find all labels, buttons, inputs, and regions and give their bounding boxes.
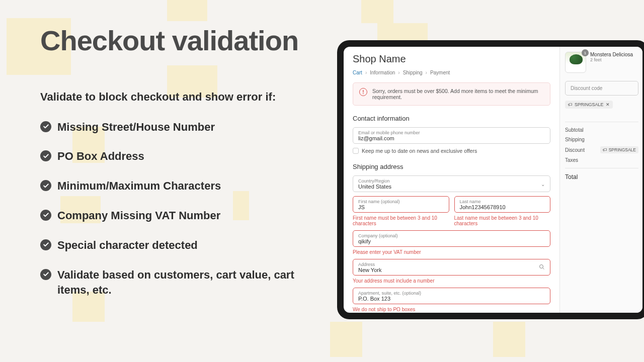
list-item: Minimum/Maximum Characters [40,178,302,194]
email-field[interactable]: Email or mobile phone number liz@gmail.c… [353,127,550,144]
apartment-value: P.O. Box 123 [358,296,390,302]
check-icon [40,180,51,191]
device-frame: Shop Name Cart › Information › Shipping … [337,40,644,319]
shipping-label: Shipping [565,137,585,142]
breadcrumb-payment[interactable]: Payment [430,70,450,75]
email-value: liz@gmail.com [358,135,394,141]
apartment-field[interactable]: Apartment, suite, etc. (optional) P.O. B… [353,288,550,304]
last-name-label: Last name [460,199,545,204]
apartment-error: We do not ship to PO boxes [353,307,550,312]
close-icon[interactable]: ✕ [606,102,610,107]
contact-heading: Contact information [353,115,550,122]
address-value: New York [358,267,381,273]
check-icon [40,269,51,280]
list-item: Missing Street/House Number [40,120,302,135]
list-item: Special character detected [40,238,302,253]
list-item-text: Special character detected [57,238,198,253]
address-field[interactable]: Address New York [353,259,550,276]
breadcrumb-shipping[interactable]: Shipping [403,70,423,75]
list-item: Company Missing VAT Number [40,208,302,224]
chevron-down-icon: ⌄ [541,181,545,187]
discount-label: Discount [565,147,585,153]
first-name-value: JS [358,204,365,210]
company-label: Company (optional) [358,233,545,238]
applied-discount-tag: 🏷SPRINGSALE [600,146,638,153]
product-image: 1 [565,52,586,73]
discount-code-input[interactable]: Discount code [565,81,638,96]
list-item-text: Validate based on customers, cart value,… [57,267,302,299]
check-icon [40,150,51,161]
chevron-right-icon: › [426,70,427,75]
alert-icon: ! [359,88,367,96]
product-variant: 2 feet [590,57,633,62]
divider [565,122,638,122]
breadcrumb-cart[interactable]: Cart [353,70,362,75]
last-name-error: Last name must be between 3 and 10 chara… [454,215,551,226]
tag-icon: 🏷 [603,147,607,152]
company-value: qikify [358,238,371,244]
country-label: Country/Region [358,178,537,184]
list-item-text: Missing Street/House Number [57,120,215,135]
consent-checkbox[interactable] [353,148,359,154]
discount-tag: 🏷 SPRINGSALE ✕ [565,101,613,109]
list-item: Validate based on customers, cart value,… [40,267,302,299]
check-icon [40,210,51,221]
address-error: Your address must include a number [353,278,550,284]
shipping-heading: Shipping address [353,163,550,170]
error-alert: ! Sorry, orders must be over $500. Add m… [353,82,550,106]
cart-item: 1 Monstera Deliciosa 2 feet [565,52,638,73]
subtitle: Validate to block checkout and show erro… [40,90,302,104]
check-icon [40,121,51,132]
svg-line-1 [543,267,544,269]
shop-name: Shop Name [353,53,550,65]
list-item-text: Minimum/Maximum Characters [57,178,221,194]
taxes-label: Taxes [565,157,578,163]
quantity-badge: 1 [582,49,589,56]
email-label: Email or mobile phone number [358,130,545,135]
divider [565,168,638,168]
breadcrumb-information[interactable]: Information [370,70,395,75]
subtotal-label: Subtotal [565,127,584,133]
country-field[interactable]: Country/Region United States ⌄ [353,175,550,192]
address-label: Address [358,262,537,267]
alert-text: Sorry, orders must be over $500. Add mor… [372,88,544,100]
first-name-error: First name must be between 3 and 10 char… [353,215,449,226]
list-item-text: PO Box Address [57,149,144,164]
discount-tag-label: SPRINGSALE [575,102,604,107]
company-field[interactable]: Company (optional) qikify [353,230,550,247]
chevron-right-icon: › [398,70,399,75]
last-name-field[interactable]: Last name John12345678910 [454,196,551,213]
consent-label: Keep me up to date on news and exclusive… [362,148,477,154]
list-item-text: Company Missing VAT Number [57,208,220,224]
first-name-field[interactable]: First name (optional) JS [353,196,449,213]
last-name-value: John12345678910 [460,204,506,210]
list-item: PO Box Address [40,149,302,164]
product-name: Monstera Deliciosa [590,52,633,57]
chevron-right-icon: › [365,70,367,75]
country-value: United States [358,184,391,190]
check-icon [40,239,51,250]
tag-icon: 🏷 [568,102,573,107]
breadcrumb: Cart › Information › Shipping › Payment [353,70,550,75]
total-label: Total [565,173,638,180]
apartment-label: Apartment, suite, etc. (optional) [358,291,545,296]
first-name-label: First name (optional) [358,199,444,204]
company-error: Please enter your VAT number [353,249,550,255]
search-icon [539,264,545,271]
svg-point-0 [540,264,543,268]
page-title: Checkout validation [40,25,302,56]
